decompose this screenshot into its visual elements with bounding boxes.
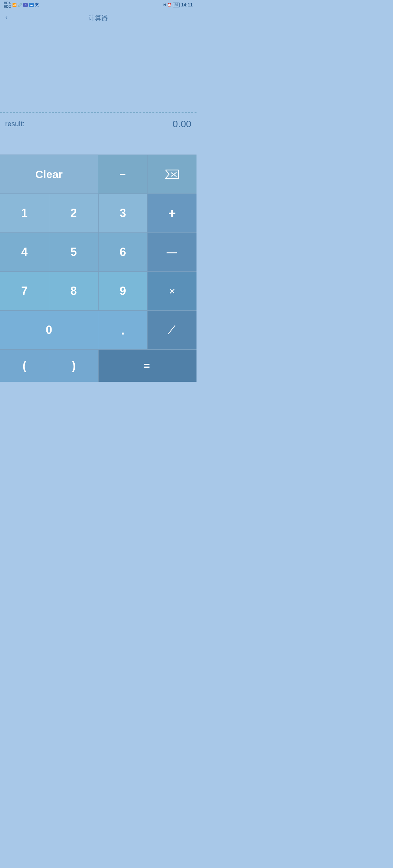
time-display: 14:11 [181,2,193,7]
svg-marker-0 [165,170,178,178]
signal-icons: 📶 [12,3,17,7]
spacer [0,135,196,155]
keypad-row-1: Clear − [0,155,196,193]
divide-button[interactable]: ∕ [148,311,196,349]
key-9[interactable]: 9 [98,272,148,310]
key-5[interactable]: 5 [49,233,98,271]
music-icon: ♫ [23,3,28,7]
keypad-row-6: ( ) = [0,349,196,381]
backspace-button[interactable] [148,155,196,193]
divider-line [0,112,196,113]
nfc-icon: N [163,3,166,7]
plus-button[interactable]: + [148,194,196,232]
network-icon: HD①HD② [4,1,11,8]
decimal-button[interactable]: . [98,311,148,349]
result-section: result: 0.00 [0,113,196,135]
battery-icon: 55 [173,3,180,7]
key-8[interactable]: 8 [49,272,98,310]
status-left: HD①HD② 📶 🔗 ♫ ☁ 支 [4,1,39,8]
multiply-button[interactable]: × [148,272,196,310]
key-4[interactable]: 4 [0,233,49,271]
back-button[interactable]: ‹ [5,13,7,22]
alarm-icon: ⏰ [167,3,172,7]
status-right: N ⏰ 55 14:11 [163,2,193,7]
left-paren-button[interactable]: ( [0,350,49,382]
keypad-row-4: 7 8 9 × [0,271,196,310]
keypad: Clear − 1 2 3 + 4 [0,155,196,381]
cloud-icon: ☁ [29,3,34,7]
right-paren-button[interactable]: ) [49,350,98,382]
keypad-row-3: 4 5 6 — [0,232,196,271]
key-7[interactable]: 7 [0,272,49,310]
backspace-icon [164,169,179,179]
app-header: ‹ 计算器 [0,10,196,26]
display-area [0,26,196,113]
result-label: result: [5,120,25,128]
keypad-row-5: 0 . ∕ [0,310,196,349]
key-0[interactable]: 0 [0,311,98,349]
result-value: 0.00 [173,119,191,129]
key-3[interactable]: 3 [98,194,148,232]
minus-sign-button[interactable]: − [98,155,148,193]
keypad-row-2: 1 2 3 + [0,193,196,232]
key-6[interactable]: 6 [98,233,148,271]
page-title: 计算器 [89,13,108,22]
subtract-button[interactable]: — [148,233,196,271]
key-1[interactable]: 1 [0,194,49,232]
pay-icon: 支 [35,2,39,8]
wifi-icon: 🔗 [18,3,22,7]
equals-button[interactable]: = [98,350,196,382]
key-2[interactable]: 2 [49,194,98,232]
expression-display [5,32,191,55]
clear-button[interactable]: Clear [0,155,98,193]
status-bar: HD①HD② 📶 🔗 ♫ ☁ 支 N ⏰ 55 14:11 [0,0,196,10]
